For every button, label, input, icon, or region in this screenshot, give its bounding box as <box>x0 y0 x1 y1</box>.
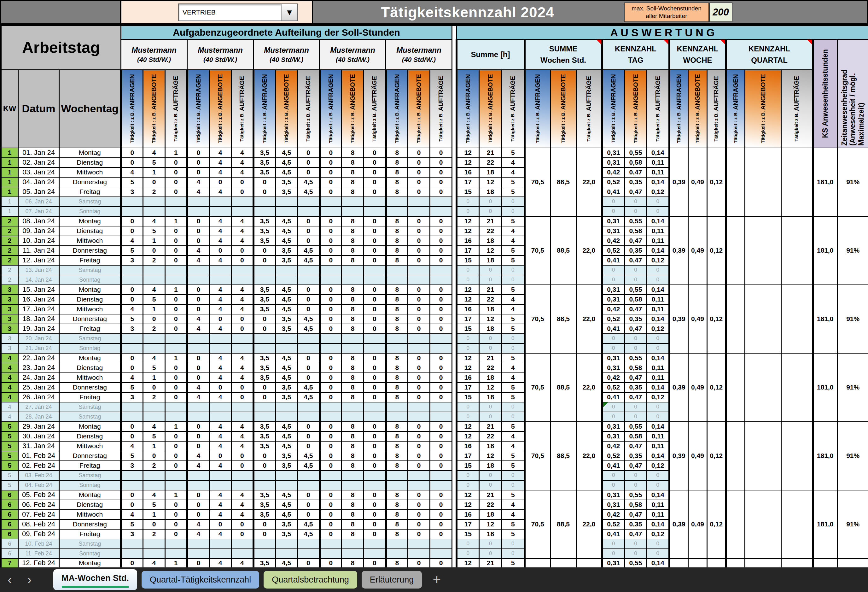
cell-sum[interactable]: 0 <box>502 480 525 490</box>
cell-ks[interactable]: 181,0 <box>813 490 837 558</box>
cell-sum[interactable]: 16 <box>456 510 479 520</box>
cell-ks[interactable]: 181,0 <box>813 216 837 285</box>
cell-task[interactable]: 4 <box>232 373 254 382</box>
cell-sum[interactable]: 0 <box>479 402 502 412</box>
cell-kw[interactable]: 1 <box>1 177 18 187</box>
cell-sum[interactable]: 17 <box>456 177 479 187</box>
cell-task[interactable]: 0 <box>320 529 342 539</box>
cell-task[interactable]: 0 <box>121 500 143 510</box>
cell-weekday[interactable]: Mittwoch <box>59 304 121 314</box>
cell-task[interactable]: 4,5 <box>298 392 320 402</box>
cell-task[interactable]: 0 <box>320 510 342 520</box>
cell-task[interactable]: 0 <box>121 353 143 363</box>
cell-ktag[interactable]: 0 <box>602 549 624 558</box>
cell-task[interactable]: 0 <box>430 422 452 431</box>
cell-date[interactable]: 02. Feb 24 <box>18 461 59 471</box>
cell-task[interactable] <box>187 402 210 412</box>
cell-sum[interactable]: 17 <box>456 520 479 529</box>
department-dropdown[interactable]: VERTRIEB ▼ <box>178 3 298 21</box>
cell-task[interactable] <box>165 207 187 216</box>
cell-task[interactable]: 0 <box>430 451 452 461</box>
cell-task[interactable]: 4 <box>232 295 254 304</box>
cell-sum[interactable]: 0 <box>479 412 502 422</box>
employee-header[interactable]: Mustermann(40 Std/W.) <box>121 40 187 70</box>
cell-date[interactable]: 21. Jan 24 <box>18 344 59 353</box>
cell-ktag[interactable]: 0,52 <box>602 246 624 255</box>
cell-task[interactable] <box>143 334 165 344</box>
cell-task[interactable]: 8 <box>342 187 364 197</box>
cell-task[interactable]: 3,5 <box>254 236 276 246</box>
cell-ktag[interactable]: 0,35 <box>624 177 647 187</box>
cell-task[interactable] <box>364 412 386 422</box>
cell-weekday[interactable]: Montag <box>59 490 121 500</box>
cell-sum[interactable]: 0 <box>479 480 502 490</box>
cell-kw[interactable]: 3 <box>1 285 18 295</box>
cell-ktag[interactable]: 0,31 <box>602 148 624 158</box>
cell-task[interactable]: 4 <box>232 285 254 295</box>
cell-ktag[interactable]: 0,58 <box>624 363 647 373</box>
cell-task[interactable]: 8 <box>386 226 408 236</box>
cell-ktag[interactable]: 0,14 <box>647 177 669 187</box>
cell-ktag[interactable]: 0 <box>602 334 624 344</box>
cell-task[interactable]: 8 <box>386 520 408 529</box>
cell-task[interactable] <box>187 275 210 285</box>
cell-task[interactable]: 0 <box>364 520 386 529</box>
cell-sum[interactable]: 0 <box>479 265 502 275</box>
cell-task[interactable]: 3,5 <box>276 314 298 324</box>
cell-kw[interactable]: 6 <box>1 549 18 558</box>
cell-task[interactable]: 1 <box>165 422 187 431</box>
cell-weekday[interactable]: Samstag <box>59 539 121 549</box>
cell-sum[interactable]: 5 <box>502 285 525 295</box>
cell-task[interactable]: 4 <box>232 500 254 510</box>
cell-weekday[interactable]: Montag <box>59 422 121 431</box>
cell-date[interactable]: 02. Jan 24 <box>18 158 59 167</box>
cell-task[interactable]: 0 <box>364 324 386 334</box>
cell-date[interactable]: 09. Jan 24 <box>18 226 59 236</box>
cell-kwoche[interactable]: 0,49 <box>688 216 707 285</box>
cell-weekday[interactable]: Mittwoch <box>59 510 121 520</box>
cell-weekday[interactable]: Freitag <box>59 324 121 334</box>
cell-ktag[interactable]: 0 <box>624 207 647 216</box>
cell-task[interactable]: 0 <box>165 363 187 373</box>
cell-sum[interactable]: 4 <box>502 510 525 520</box>
cell-task[interactable] <box>342 412 364 422</box>
cell-task[interactable]: 0 <box>408 167 430 177</box>
cell-task[interactable] <box>298 344 320 353</box>
cell-task[interactable] <box>143 539 165 549</box>
cell-task[interactable] <box>320 412 342 422</box>
cell-task[interactable] <box>210 471 232 480</box>
cell-wochenstd[interactable]: 70,5 <box>525 216 551 285</box>
cell-task[interactable]: 0 <box>408 422 430 431</box>
cell-task[interactable]: 1 <box>143 373 165 382</box>
task-column-header-aufträge[interactable]: Tätigkeit z B. AUFTRÄGE <box>647 70 669 148</box>
cell-task[interactable]: 4 <box>232 236 254 246</box>
cell-sum[interactable]: 15 <box>456 461 479 471</box>
cell-task[interactable]: 0 <box>408 441 430 451</box>
cell-task[interactable] <box>320 549 342 558</box>
cell-sum[interactable]: 5 <box>502 216 525 226</box>
cell-task[interactable]: 1 <box>143 510 165 520</box>
cell-task[interactable]: 8 <box>386 246 408 255</box>
kennzahl-quartal-header[interactable]: KENNZAHLQUARTAL <box>726 40 813 70</box>
cell-task[interactable]: 0 <box>320 363 342 373</box>
cell-sum[interactable]: 0 <box>456 197 479 207</box>
cell-task[interactable]: 0 <box>320 558 342 568</box>
cell-task[interactable]: 4 <box>210 558 232 568</box>
cell-kw[interactable]: 3 <box>1 334 18 344</box>
cell-task[interactable]: 3,5 <box>254 226 276 236</box>
cell-task[interactable]: 8 <box>342 158 364 167</box>
employee-header[interactable]: Mustermann(40 Std/W.) <box>320 40 386 70</box>
cell-task[interactable] <box>121 275 143 285</box>
cell-task[interactable]: 4 <box>143 148 165 158</box>
cell-task[interactable]: 0 <box>165 246 187 255</box>
cell-task[interactable]: 0 <box>187 441 210 451</box>
cell-ktag[interactable]: 0,11 <box>647 363 669 373</box>
cell-sum[interactable]: 0 <box>502 549 525 558</box>
cell-task[interactable] <box>298 402 320 412</box>
cell-ktag[interactable]: 0 <box>624 197 647 207</box>
cell-sum[interactable]: 18 <box>479 187 502 197</box>
cell-task[interactable]: 4,5 <box>276 510 298 520</box>
cell-task[interactable]: 8 <box>342 441 364 451</box>
cell-task[interactable] <box>342 549 364 558</box>
cell-task[interactable] <box>364 480 386 490</box>
